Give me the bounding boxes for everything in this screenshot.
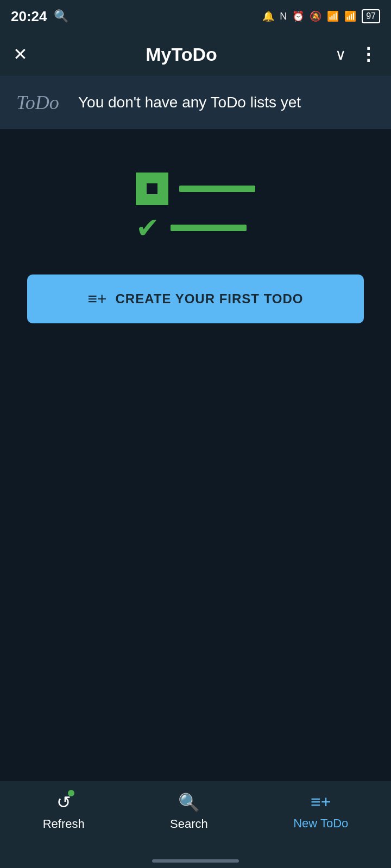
app-bar-actions: ∨ ⋮ bbox=[335, 44, 378, 65]
signal-icon: 📶 bbox=[344, 10, 356, 22]
todo-line-1 bbox=[179, 186, 255, 192]
nfc-icon: N bbox=[280, 11, 287, 22]
nav-search[interactable]: 🔍 Search bbox=[170, 792, 208, 831]
close-button[interactable]: ✕ bbox=[13, 44, 28, 65]
refresh-label: Refresh bbox=[43, 817, 85, 831]
status-left: 20:24 🔍 bbox=[11, 8, 68, 25]
chevron-down-icon[interactable]: ∨ bbox=[335, 46, 346, 63]
more-options-icon[interactable]: ⋮ bbox=[360, 44, 378, 65]
create-todo-label: CREATE YOUR FIRST TODO bbox=[116, 291, 304, 307]
todo-logo: ToDo bbox=[16, 91, 65, 114]
banner-message: You don't have any ToDo lists yet bbox=[78, 92, 301, 113]
status-bar: 20:24 🔍 🔔 N ⏰ 🔕 📶 📶 97 bbox=[0, 0, 391, 33]
empty-state-banner: ToDo You don't have any ToDo lists yet bbox=[0, 76, 391, 129]
todo-illustration: ✔ bbox=[136, 173, 255, 242]
checkbox-inner-square bbox=[147, 183, 157, 194]
app-title: MyToDo bbox=[146, 44, 217, 65]
status-time: 20:24 bbox=[11, 8, 47, 25]
todo-illustration-row-1 bbox=[136, 173, 255, 205]
wifi-icon: 📶 bbox=[327, 10, 339, 22]
mute-icon: 🔕 bbox=[310, 10, 321, 22]
nav-new-todo[interactable]: ≡+ New ToDo bbox=[293, 792, 348, 831]
home-indicator bbox=[152, 859, 239, 863]
notification-icon: 🔔 bbox=[262, 10, 274, 22]
search-icon: 🔍 bbox=[178, 792, 200, 813]
new-todo-label: New ToDo bbox=[293, 816, 348, 831]
battery-indicator: 97 bbox=[362, 9, 380, 23]
create-todo-icon: ≡+ bbox=[87, 290, 106, 308]
search-label: Search bbox=[170, 817, 208, 831]
alarm-icon: ⏰ bbox=[292, 10, 304, 22]
todo-line-2 bbox=[171, 225, 247, 231]
create-first-todo-button[interactable]: ≡+ CREATE YOUR FIRST TODO bbox=[27, 275, 364, 323]
todo-illustration-row-2: ✔ bbox=[136, 214, 255, 242]
todo-checkbox-unchecked bbox=[136, 173, 168, 205]
main-content: ✔ ≡+ CREATE YOUR FIRST TODO bbox=[0, 129, 391, 323]
nav-refresh[interactable]: ↺ Refresh bbox=[43, 792, 85, 831]
status-search-icon: 🔍 bbox=[54, 9, 68, 23]
todo-checkmark-icon: ✔ bbox=[136, 214, 160, 242]
status-right: 🔔 N ⏰ 🔕 📶 📶 97 bbox=[262, 9, 380, 23]
app-bar: ✕ MyToDo ∨ ⋮ bbox=[0, 33, 391, 76]
new-todo-icon: ≡+ bbox=[311, 792, 331, 812]
refresh-notification-dot bbox=[68, 790, 74, 796]
bottom-nav: ↺ Refresh 🔍 Search ≡+ New ToDo bbox=[0, 781, 391, 868]
